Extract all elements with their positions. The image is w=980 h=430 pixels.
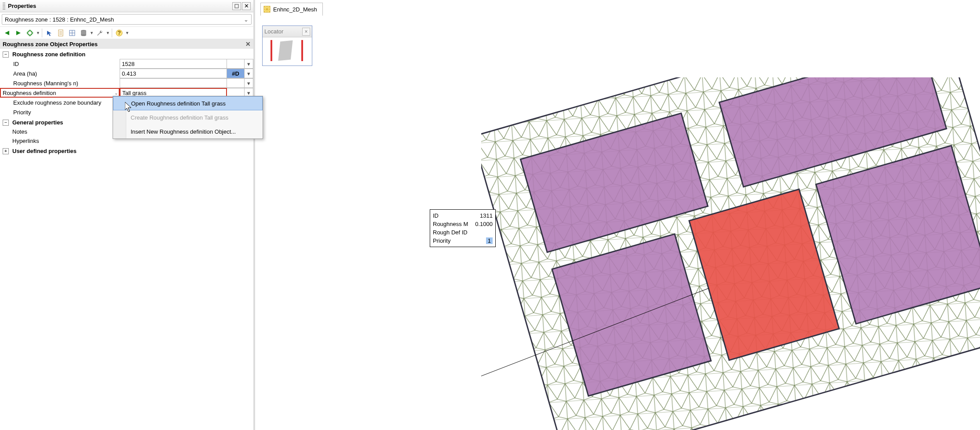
viewer-body[interactable]: Locator × bbox=[257, 16, 980, 430]
tooltip-roughm-value: 0.1000 bbox=[475, 221, 493, 227]
nav-back-button[interactable] bbox=[2, 28, 12, 38]
target-button[interactable] bbox=[25, 28, 35, 38]
field-flag-id[interactable] bbox=[227, 59, 245, 69]
object-selector[interactable]: Roughness zone : 1528 : Enhnc_2D_Mesh ⌄ bbox=[2, 14, 252, 25]
object-selector-row: Roughness zone : 1528 : Enhnc_2D_Mesh ⌄ bbox=[0, 12, 253, 27]
field-label-exclude: Exclude roughness zone boundary bbox=[0, 98, 120, 107]
nav-forward-button[interactable] bbox=[13, 28, 24, 38]
toolbar: ▼ ▼ ▼ ? ▼ bbox=[0, 27, 253, 39]
locator-marker bbox=[271, 40, 272, 61]
document-button[interactable] bbox=[55, 28, 66, 38]
locator-body bbox=[263, 37, 312, 66]
locator-marker bbox=[301, 40, 303, 61]
locator-extent bbox=[278, 40, 293, 61]
separator bbox=[42, 29, 42, 37]
field-hyperlinks[interactable]: Hyperlinks bbox=[11, 138, 39, 144]
tooltip-priority-label: Priority bbox=[433, 237, 450, 244]
tooltip-id-label: ID bbox=[433, 212, 439, 219]
panel-titlebar: Properties ✕ bbox=[0, 0, 253, 12]
chevron-down-icon: ⌄ bbox=[244, 16, 249, 23]
object-selector-text: Roughness zone : 1528 : Enhnc_2D_Mesh bbox=[5, 16, 114, 23]
locator-header: Locator × bbox=[263, 26, 312, 37]
close-section-button[interactable]: ✕ bbox=[245, 40, 251, 47]
section-header: Roughness zone Object Properties ✕ bbox=[0, 39, 253, 49]
ctx-create-roughdef: Create Roughness definition Tall grass bbox=[113, 110, 263, 124]
dropdown-arrow-icon[interactable]: ▼ bbox=[106, 31, 110, 35]
tooltip-roughm-label: Roughness M bbox=[433, 221, 468, 227]
svg-point-18 bbox=[81, 34, 86, 36]
mesh-canvas[interactable] bbox=[481, 77, 980, 430]
group-user: User defined properties bbox=[11, 148, 77, 154]
locator-close-button[interactable]: × bbox=[302, 28, 310, 36]
group-roughness-definition: Roughness zone definition bbox=[11, 51, 85, 58]
tooltip-roughdef-label: Rough Def ID bbox=[433, 229, 468, 236]
grip-icon bbox=[3, 3, 5, 10]
database-button[interactable] bbox=[78, 28, 89, 38]
field-dropdown-id[interactable]: ▾ bbox=[245, 59, 253, 69]
group-general: General properties bbox=[11, 119, 63, 126]
svg-rect-0 bbox=[235, 4, 238, 8]
separator bbox=[112, 29, 112, 37]
field-dropdown-area[interactable]: ▾ bbox=[245, 69, 253, 78]
chevron-down-icon: ⌄ bbox=[114, 91, 118, 95]
field-label-priority: Priority bbox=[0, 107, 120, 117]
dropdown-arrow-icon[interactable]: ▼ bbox=[90, 31, 94, 35]
locator-panel[interactable]: Locator × bbox=[262, 26, 312, 66]
mesh-icon bbox=[263, 6, 271, 13]
pointer-button[interactable] bbox=[44, 28, 55, 38]
field-label-area: Area (ha) bbox=[0, 69, 120, 78]
tooltip-priority-value: 1 bbox=[486, 237, 493, 244]
grid-button[interactable] bbox=[67, 28, 77, 38]
field-flag-mannings[interactable] bbox=[227, 78, 245, 88]
field-notes[interactable]: Notes bbox=[11, 128, 27, 135]
tooltip-id-value: 1311 bbox=[480, 212, 493, 219]
field-value-mannings[interactable] bbox=[120, 78, 227, 88]
dropdown-arrow-icon[interactable]: ▼ bbox=[36, 31, 40, 35]
element-tooltip: ID 1311 Roughness M 0.1000 Rough Def ID … bbox=[430, 209, 496, 247]
field-label-mannings: Roughness (Manning's n) bbox=[0, 78, 120, 88]
field-label-id: ID bbox=[0, 59, 120, 69]
restore-button[interactable] bbox=[232, 2, 241, 10]
field-value-area[interactable]: 0.413 bbox=[120, 69, 227, 78]
field-dropdown-mannings[interactable]: ▾ bbox=[245, 78, 253, 88]
ctx-insert-roughdef[interactable]: Insert New Roughness definition Object..… bbox=[113, 124, 263, 138]
field-value-id[interactable]: 1528 bbox=[120, 59, 227, 69]
expand-button[interactable]: + bbox=[3, 148, 9, 154]
ctx-open-roughdef[interactable]: Open Roughness definition Tall grass bbox=[113, 96, 263, 110]
svg-marker-2 bbox=[16, 31, 21, 35]
field-flag-area[interactable]: #D bbox=[227, 69, 245, 78]
close-button[interactable]: ✕ bbox=[242, 2, 251, 10]
viewer-tab-label: Enhnc_2D_Mesh bbox=[273, 6, 317, 13]
collapse-button[interactable]: − bbox=[3, 51, 9, 58]
properties-panel: Properties ✕ Roughness zone : 1528 : Enh… bbox=[0, 0, 255, 430]
help-button[interactable]: ? bbox=[114, 28, 124, 38]
wrench-button[interactable] bbox=[95, 28, 105, 38]
svg-text:?: ? bbox=[117, 29, 121, 36]
field-label-roughdef[interactable]: Roughness definition ⌄ bbox=[0, 88, 120, 98]
viewer-tab[interactable]: Enhnc_2D_Mesh bbox=[260, 3, 323, 16]
collapse-button[interactable]: − bbox=[3, 120, 9, 126]
section-header-text: Roughness zone Object Properties bbox=[3, 41, 98, 47]
locator-title: Locator bbox=[264, 28, 283, 35]
dropdown-arrow-icon[interactable]: ▼ bbox=[125, 31, 129, 35]
svg-point-3 bbox=[28, 31, 32, 35]
context-menu: Open Roughness definition Tall grass Cre… bbox=[113, 96, 263, 139]
svg-marker-1 bbox=[5, 31, 9, 35]
svg-marker-8 bbox=[47, 31, 51, 36]
viewer-pane: Enhnc_2D_Mesh Locator × bbox=[257, 0, 980, 430]
panel-title: Properties bbox=[8, 3, 231, 9]
